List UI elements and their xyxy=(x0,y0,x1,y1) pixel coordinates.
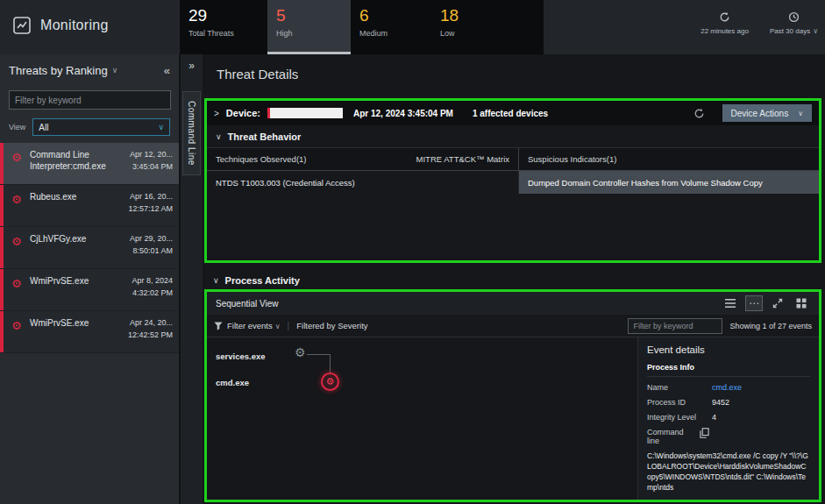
threat-datetime: Apr 24, 20...12:42:52 PM xyxy=(128,317,173,341)
chevron-down-icon[interactable]: ∨ xyxy=(213,276,219,285)
process-name-link[interactable]: cmd.exe xyxy=(712,383,742,392)
stat-high[interactable]: 5 High xyxy=(267,0,351,54)
refresh-control[interactable]: 22 minutes ago xyxy=(701,11,749,35)
stat-medium[interactable]: 6 Medium xyxy=(351,0,431,54)
threat-gear-icon: ⚙ xyxy=(11,194,22,205)
chevron-down-icon[interactable]: ∨ xyxy=(112,66,118,75)
chevron-right-icon[interactable]: > xyxy=(214,109,219,118)
sequential-view-label: Sequential View xyxy=(216,299,279,309)
threat-list-item[interactable]: ⚙ WmiPrvSE.exe Apr 24, 20...12:42:52 PM xyxy=(0,311,179,353)
filtered-by-severity-label: Filtered by Severity xyxy=(296,321,367,330)
chevron-down-icon: ∨ xyxy=(798,110,803,117)
alert-process-node[interactable]: ⚙ xyxy=(321,373,339,391)
main-content: Threat Details > Device: Apr 12, 2024 3:… xyxy=(203,54,825,504)
column-techniques-observed: Techniques Observed(1) xyxy=(216,154,307,164)
app-brand: Monitoring xyxy=(12,16,109,35)
last-refresh-label: 22 minutes ago xyxy=(701,27,749,35)
event-field-row: Name cmd.exe xyxy=(647,383,810,392)
event-field-row: Process ID 9452 xyxy=(647,398,810,407)
funnel-icon xyxy=(214,322,223,330)
technique-cell[interactable]: NTDS T1003.003 (Credential Access) xyxy=(207,171,519,194)
threat-behavior-table-header: Techniques Observed(1) MITRE ATT&CK™ Mat… xyxy=(207,148,819,171)
threat-datetime: Apr 8, 20244:32:02 PM xyxy=(132,275,173,299)
chevron-down-icon: ∨ xyxy=(158,123,164,131)
threat-gear-icon: ⚙ xyxy=(326,377,335,387)
threat-list-item[interactable]: ⚙ Command Line Interpreter:cmd.exe Apr 1… xyxy=(0,143,179,185)
medium-value: 6 xyxy=(359,6,431,26)
expand-panel-icon[interactable]: » xyxy=(181,54,203,72)
threat-name: Command Line Interpreter:cmd.exe xyxy=(30,149,124,172)
sidebar-filter-input[interactable] xyxy=(9,90,171,110)
threat-stats-bar: 29 Total Threats 5 High 6 Medium 18 Low xyxy=(180,0,544,54)
stat-low[interactable]: 18 Low xyxy=(431,0,544,54)
filter-events-dropdown[interactable]: Filter events∨ xyxy=(227,321,281,330)
medium-label: Medium xyxy=(359,29,431,38)
time-range-label: Past 30 days∨ xyxy=(770,27,818,35)
severity-stripe xyxy=(0,269,4,310)
command-line-tab[interactable]: Command Line xyxy=(182,91,201,175)
view-dropdown[interactable]: All ∨ xyxy=(32,118,170,136)
sidebar-title[interactable]: Threats by Ranking xyxy=(9,64,108,77)
device-timestamp: Apr 12, 2024 3:45:04 PM xyxy=(353,109,453,118)
threat-list-item[interactable]: ⚙ CjLhVFGy.exe Apr 29, 20...8:50:01 AM xyxy=(0,227,179,269)
affected-devices-count: 1 affected devices xyxy=(473,109,548,118)
threat-name: Rubeus.exe xyxy=(30,191,124,202)
event-details-title: Event details xyxy=(647,344,810,355)
view-label: View xyxy=(9,123,25,131)
view-mode-icons: ⋯ xyxy=(722,295,810,311)
stat-total-threats[interactable]: 29 Total Threats xyxy=(180,0,267,54)
sidebar-collapse-icon[interactable]: « xyxy=(164,64,170,77)
process-name-label[interactable]: services.exe xyxy=(216,351,266,361)
threat-list: ⚙ Command Line Interpreter:cmd.exe Apr 1… xyxy=(0,143,179,353)
process-info-section-title: Process Info xyxy=(647,363,810,377)
list-view-icon[interactable] xyxy=(722,295,739,311)
time-range-control[interactable]: Past 30 days∨ xyxy=(770,11,818,35)
threat-datetime: Apr 12, 20...3:45:04 PM xyxy=(130,149,173,173)
total-threats-value: 29 xyxy=(188,6,267,26)
process-gear-icon[interactable]: ⚙ xyxy=(295,346,306,358)
low-value: 18 xyxy=(440,6,544,26)
process-name-label[interactable]: cmd.exe xyxy=(216,378,249,387)
severity-stripe xyxy=(0,143,4,184)
threat-gear-icon: ⚙ xyxy=(11,152,22,163)
threat-list-item[interactable]: ⚙ Rubeus.exe Apr 16, 20...12:57:12 AM xyxy=(0,185,179,227)
column-mitre-attack-matrix[interactable]: MITRE ATT&CK™ Matrix xyxy=(416,154,509,164)
threat-name: WmiPrvSE.exe xyxy=(30,275,124,287)
severity-stripe xyxy=(0,185,4,226)
threat-gear-icon: ⚙ xyxy=(11,320,22,331)
high-value: 5 xyxy=(276,6,351,26)
threat-gear-icon: ⚙ xyxy=(11,278,22,289)
refresh-icon[interactable] xyxy=(693,108,705,119)
chevron-down-icon: ∨ xyxy=(275,323,281,330)
suspicious-indicator-cell[interactable]: Dumped Domain Controller Hashes from Vol… xyxy=(519,171,819,194)
device-name-redacted xyxy=(267,108,343,118)
chevron-down-icon[interactable]: ∨ xyxy=(216,132,222,141)
page-title: Threat Details xyxy=(217,67,298,82)
side-tab-strip: » Command Line xyxy=(181,54,203,504)
tree-connector xyxy=(307,354,330,355)
threat-name: CjLhVFGy.exe xyxy=(30,233,124,245)
threats-sidebar: Threats by Ranking ∨ « View All ∨ ⚙ Comm… xyxy=(0,54,180,504)
threat-behavior-header: ∨ Threat Behavior xyxy=(207,125,819,148)
command-line-value[interactable]: C:\Windows\system32\cmd.exe /C copy /Y "… xyxy=(647,451,810,493)
high-label: High xyxy=(276,29,351,38)
expand-view-icon[interactable] xyxy=(769,295,786,311)
copy-icon[interactable] xyxy=(700,428,709,438)
events-filter-input[interactable] xyxy=(628,318,722,334)
device-actions-button[interactable]: Device Actions ∨ xyxy=(722,104,812,122)
severity-stripe xyxy=(0,311,4,352)
grid-view-icon[interactable] xyxy=(793,295,810,311)
showing-events-count: Showing 1 of 27 events xyxy=(729,322,812,330)
threat-datetime: Apr 16, 20...12:57:12 AM xyxy=(128,191,173,215)
sequential-view-icon[interactable]: ⋯ xyxy=(745,295,763,311)
command-line-tab-label: Command Line xyxy=(187,101,196,166)
device-row: > Device: Apr 12, 2024 3:45:04 PM 1 affe… xyxy=(207,101,819,125)
severity-stripe xyxy=(0,227,4,268)
sidebar-header: Threats by Ranking ∨ « xyxy=(0,54,179,86)
threat-behavior-table-row: NTDS T1003.003 (Credential Access) Dumpe… xyxy=(207,171,819,194)
sequential-view-bar: Sequential View ⋯ xyxy=(207,292,819,315)
events-filter-bar: Filter events∨ | Filtered by Severity Sh… xyxy=(207,315,819,337)
threat-list-item[interactable]: ⚙ WmiPrvSE.exe Apr 8, 20244:32:02 PM xyxy=(0,269,179,311)
process-tree: services.exe cmd.exe ⚙ ⚙ xyxy=(207,337,637,500)
threat-datetime: Apr 29, 20...8:50:01 AM xyxy=(130,233,173,257)
